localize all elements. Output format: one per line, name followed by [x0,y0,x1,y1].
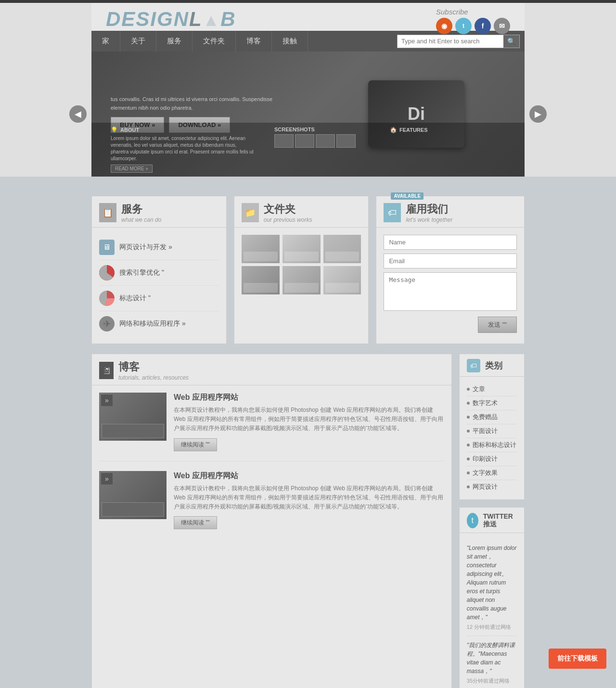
nav-item-portfolio[interactable]: 文件夹 [192,31,236,51]
category-item-7[interactable]: 网页设计 [467,480,517,494]
hire-us-subtitle: let's work together [406,217,452,223]
three-columns: 📋 服务 what we can do 🖥 网页设计与开发 » [91,196,525,344]
blog-icon: 📓 [99,362,114,379]
logo-text: DESIGNL▲B [106,8,236,30]
categories-body: 文章 数字艺术 免费赠品 平面设计 图标和标志设计 印刷设计 文字效果 网页设计 [460,377,524,499]
screenshot-thumb[interactable] [316,134,335,148]
categories-icon: 🏷 [467,359,480,372]
cat-bullet [467,471,470,474]
hero-body-text: tus convallis. Cras id mi ultrices id vi… [111,95,289,112]
subscribe-area: Subscribe ◉ t f ✉ [436,8,510,34]
nav-item-services[interactable]: 服务 [156,31,192,51]
twitter-title: TWITTER 推送 [483,512,517,529]
blog-body: » Web 应用程序网站 在本网页设计教程中，我将向您展示如何使用 Photos… [92,385,451,546]
cat-bullet [467,416,470,419]
category-item-0[interactable]: 文章 [467,382,517,396]
category-item-3[interactable]: 平面设计 [467,424,517,438]
category-item-6[interactable]: 文字效果 [467,466,517,480]
continue-reading-button-2[interactable]: 继续阅读 "" [174,516,217,529]
service-icon-seo [99,265,115,280]
tweet-0: "Lorem ipsum dolor sit amet，consectetur … [467,539,517,636]
hire-message-input[interactable] [384,272,517,311]
screenshots-label: SCREENSHOTS [274,127,371,132]
tweet-text-0: "Lorem ipsum dolor sit amet，consectetur … [467,544,517,622]
cat-bullet [467,458,470,460]
blog-thumb-2: » [99,471,167,519]
portfolio-thumb-2[interactable] [282,235,321,263]
category-item-5[interactable]: 印刷设计 [467,452,517,466]
blog-title: 博客 [118,360,189,374]
tweet-1: "我们的发酵调料课程。"Maecenas vitae diam ac massa… [467,636,517,688]
service-item-seo[interactable]: 搜索引擎优化 " [99,260,219,286]
sidebar-section: 🏷 类别 文章 数字艺术 免费赠品 平面设计 图标和标志设计 印刷设计 文字效果 [459,354,525,688]
portfolio-thumb-4[interactable] [242,266,280,294]
hire-us-form: 发送 "" [376,228,524,340]
twitter-body: "Lorem ipsum dolor sit amet，consectetur … [460,533,524,688]
blog-arrow-2: » [101,473,113,484]
facebook-icon[interactable]: f [475,18,491,34]
portfolio-thumb-6[interactable] [323,266,361,294]
hero-prev-button[interactable]: ◀ [69,105,87,123]
services-icon: 📋 [99,203,116,222]
read-more-button[interactable]: READ MORE » [111,165,153,173]
screenshot-thumb[interactable] [295,134,314,148]
service-item-logo[interactable]: 标志设计 " [99,286,219,311]
portfolio-card: 📁 文件夹 our previous works [234,196,369,344]
tweet-text-1: "我们的发酵调料课程。"Maecenas vitae diam ac massa… [467,641,517,675]
portfolio-thumb-1[interactable] [242,235,280,263]
about-section: 💡 ABOUT Lorem ipsum dolor sit amet, cons… [111,127,255,173]
hero-next-button[interactable]: ▶ [529,105,547,123]
logo: DESIGNL▲B [91,8,236,31]
send-button[interactable]: 发送 "" [478,317,517,333]
search-button[interactable]: 🔍 [503,35,519,48]
categories-title: 类别 [485,360,502,371]
twitter-icon[interactable]: t [455,18,472,34]
hire-email-input[interactable] [384,254,517,268]
about-text: Lorem ipsum dolor sit amet, consectetur … [111,135,255,162]
portfolio-thumb-3[interactable] [323,235,361,263]
category-item-1[interactable]: 数字艺术 [467,396,517,410]
screenshot-thumb[interactable] [274,134,294,148]
category-item-4[interactable]: 图标和标志设计 [467,438,517,452]
portfolio-subtitle: our previous works [264,217,312,223]
service-icon-web: 🖥 [99,240,115,255]
nav-item-contact[interactable]: 接触 [272,31,308,51]
services-header: 📋 服务 what we can do [92,196,226,228]
service-item-mobile[interactable]: ✈ 网络和移动应用程序 » [99,311,219,336]
search-input[interactable] [398,35,503,47]
main-content: 📋 服务 what we can do 🖥 网页设计与开发 » [91,196,525,688]
nav-item-home[interactable]: 家 [91,31,120,51]
hire-name-input[interactable] [384,235,517,250]
service-icon-logo [99,291,115,306]
blog-content-1: Web 应用程序网站 在本网页设计教程中，我将向您展示如何使用 Photosho… [174,393,444,451]
twitter-card: t TWITTER 推送 "Lorem ipsum dolor sit amet… [459,507,525,688]
nav-item-blog[interactable]: 博客 [236,31,272,51]
features-label: 🏠 FEATURES [390,127,505,133]
screenshots-section: SCREENSHOTS [274,127,371,173]
screenshots-grid [274,134,371,148]
service-label-mobile: 网络和移动应用程序 » [119,319,186,328]
service-icon-mobile: ✈ [99,316,115,331]
portfolio-title: 文件夹 [264,203,295,215]
cat-bullet [467,388,470,391]
portfolio-body [234,228,369,302]
screenshot-thumb[interactable] [336,134,356,148]
blog-content-2: Web 应用程序网站 在本网页设计教程中，我将向您展示如何使用 Photosho… [174,471,444,530]
rss-icon[interactable]: ◉ [436,18,452,34]
service-item-web[interactable]: 🖥 网页设计与开发 » [99,235,219,260]
service-label-seo: 搜索引擎优化 " [119,268,164,277]
category-item-2[interactable]: 免费赠品 [467,410,517,424]
portfolio-thumb-5[interactable] [282,266,321,294]
services-card: 📋 服务 what we can do 🖥 网页设计与开发 » [91,196,227,344]
header: DESIGNL▲B Subscribe ◉ t f ✉ [91,3,525,31]
nav-item-about[interactable]: 关于 [120,31,156,51]
continue-reading-button-1[interactable]: 继续阅读 "" [174,438,217,451]
twitter-header: t TWITTER 推送 [460,508,524,533]
blog-post-1: » Web 应用程序网站 在本网页设计教程中，我将向您展示如何使用 Photos… [99,393,444,461]
hire-us-title: 雇用我们 [406,203,448,215]
hero-container: tus convallis. Cras id mi ultrices id vi… [91,51,525,177]
email-icon[interactable]: ✉ [494,18,510,34]
download-fab-button[interactable]: 前往下载模板 [549,649,606,669]
search-box: 🔍 [397,35,520,48]
cat-bullet [467,402,470,405]
